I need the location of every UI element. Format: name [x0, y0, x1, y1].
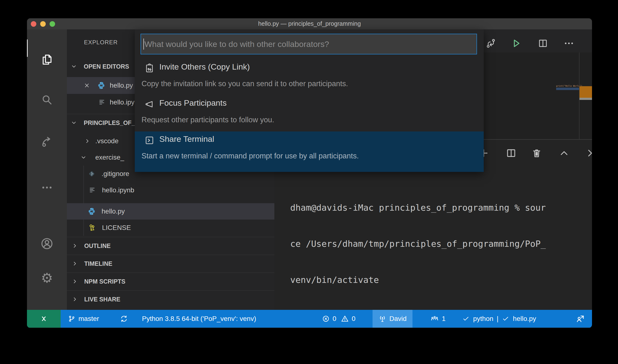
warning-count: 0 — [352, 315, 356, 323]
files-icon — [40, 52, 54, 66]
sidebar-section-live-share[interactable]: LIVE SHARE — [67, 290, 274, 308]
trash-icon — [531, 147, 542, 159]
broadcast-icon — [378, 315, 386, 323]
chevron-down-icon — [80, 154, 87, 161]
git-branch-icon — [68, 315, 76, 323]
share-terminal-icon — [144, 135, 154, 145]
chevron-right-icon — [72, 296, 78, 302]
scrollbar-decoration-orange[interactable] — [579, 86, 592, 98]
remote-indicator[interactable] — [27, 310, 61, 328]
tree-row-hello-ipynb[interactable]: hello.ipynb — [67, 182, 274, 198]
chevron-right-icon — [584, 147, 592, 159]
sync-icon — [120, 315, 128, 323]
tree-row-license[interactable]: LICENSE — [67, 220, 274, 236]
account-icon — [40, 237, 54, 251]
terminal-line: ce /Users/dham/tmp/principles_of_program… — [290, 238, 546, 250]
sidebar-item-live-share[interactable] — [27, 135, 67, 148]
sidebar-title: EXPLORER — [84, 39, 118, 46]
live-share-session-status[interactable]: David — [373, 310, 412, 328]
python-interpreter-status[interactable]: Python 3.8.5 64-bit ('PoP_venv': venv) — [142, 310, 256, 328]
split-terminal-button[interactable] — [505, 147, 517, 159]
activity-bar: ⚙ — [27, 29, 67, 310]
text-caret — [143, 39, 144, 50]
chevron-right-icon — [72, 243, 78, 249]
live-share-icon — [40, 135, 54, 148]
open-editor-label: hello.py — [110, 82, 133, 89]
participant-count: 1 — [442, 315, 446, 323]
open-changes-icon — [485, 38, 496, 49]
branch-name: master — [78, 315, 99, 323]
focus-participants-icon — [144, 99, 154, 109]
chevron-right-icon — [84, 138, 90, 144]
error-icon — [322, 315, 330, 323]
error-count: 0 — [333, 315, 336, 323]
terminal-output[interactable]: dham@davids-iMac principles_of_programmi… — [290, 178, 546, 328]
live-share-quick-pick: Invite Others (Copy Link) Copy the invit… — [135, 29, 484, 172]
vscode-window: hello.py — principles_of_programming — [27, 18, 592, 328]
panel-overflow-button[interactable] — [584, 147, 592, 159]
chevron-down-icon — [71, 120, 77, 126]
tree-row-hello-py[interactable]: hello.py — [67, 203, 274, 220]
session-user: David — [389, 315, 407, 323]
kill-terminal-button[interactable] — [531, 147, 542, 159]
chevron-right-icon — [72, 260, 78, 267]
python-file-icon — [88, 207, 96, 215]
window-title: hello.py — principles_of_programming — [27, 20, 592, 27]
participants-icon — [430, 314, 439, 323]
close-icon[interactable] — [84, 82, 90, 89]
check-icon — [462, 315, 470, 323]
editor-more-actions-button[interactable] — [563, 38, 574, 50]
terminal-line: venv/bin/activate — [290, 274, 546, 286]
account-button[interactable] — [27, 237, 67, 251]
split-editor-icon — [537, 38, 548, 49]
chevron-up-icon — [558, 147, 570, 159]
live-share-contacts-button[interactable] — [575, 310, 585, 328]
maximize-panel-button[interactable] — [558, 147, 570, 159]
invite-copy-link-icon — [144, 63, 154, 73]
git-file-icon — [88, 170, 96, 178]
warning-icon — [341, 315, 349, 323]
run-python-file-button[interactable] — [511, 38, 522, 49]
quick-pick-item-invite[interactable]: Invite Others (Copy Link) Copy the invit… — [135, 59, 484, 95]
chevron-down-icon — [71, 63, 77, 70]
title-bar: hello.py — principles_of_programming — [27, 18, 592, 30]
run-icon — [511, 38, 522, 49]
status-bar: master Python 3.8.5 64-bit ('PoP_venv': … — [27, 310, 592, 328]
sidebar-item-search[interactable] — [27, 93, 67, 106]
split-editor-button[interactable] — [537, 38, 548, 49]
minimap-current-line — [556, 88, 579, 90]
sync-status[interactable] — [120, 310, 128, 328]
more-views-button[interactable] — [27, 181, 67, 194]
quick-pick-item-share-terminal[interactable]: Share Terminal Start a new terminal / co… — [135, 131, 484, 172]
quick-pick-item-focus[interactable]: Focus Participants Request other partici… — [135, 95, 484, 131]
check-icon — [502, 315, 509, 323]
problems-status[interactable]: 0 0 — [322, 310, 355, 328]
terminal-line: dham@davids-iMac principles_of_programmi… — [290, 202, 546, 214]
settings-button[interactable]: ⚙ — [27, 271, 67, 285]
settings-gear-icon: ⚙ — [41, 271, 53, 285]
sidebar-section-outline[interactable]: OUTLINE — [67, 237, 274, 254]
license-keys-icon — [88, 224, 96, 232]
python-file-icon — [97, 81, 105, 90]
quick-pick-input[interactable] — [141, 34, 477, 54]
linter-status[interactable]: python | hello.py — [462, 310, 536, 328]
search-icon — [40, 93, 54, 106]
minimap-code-line: print("Hello World") — [556, 85, 582, 87]
open-changes-button[interactable] — [485, 38, 496, 49]
more-icon — [563, 38, 574, 49]
notebook-file-icon — [98, 99, 105, 106]
scrollbar-thumb[interactable] — [579, 98, 592, 100]
more-icon — [41, 181, 53, 194]
chevron-right-icon — [72, 278, 78, 285]
sidebar-section-npm-scripts[interactable]: NPM SCRIPTS — [67, 273, 274, 290]
remote-icon — [39, 314, 48, 323]
live-share-contact-icon — [575, 314, 585, 324]
notebook-file-icon — [89, 187, 96, 194]
participants-status[interactable]: 1 — [430, 310, 446, 328]
sidebar-item-explorer[interactable] — [27, 52, 67, 66]
sidebar-section-timeline[interactable]: TIMELINE — [67, 255, 274, 272]
split-panel-icon — [505, 147, 517, 159]
git-branch-status[interactable]: master — [68, 310, 99, 328]
